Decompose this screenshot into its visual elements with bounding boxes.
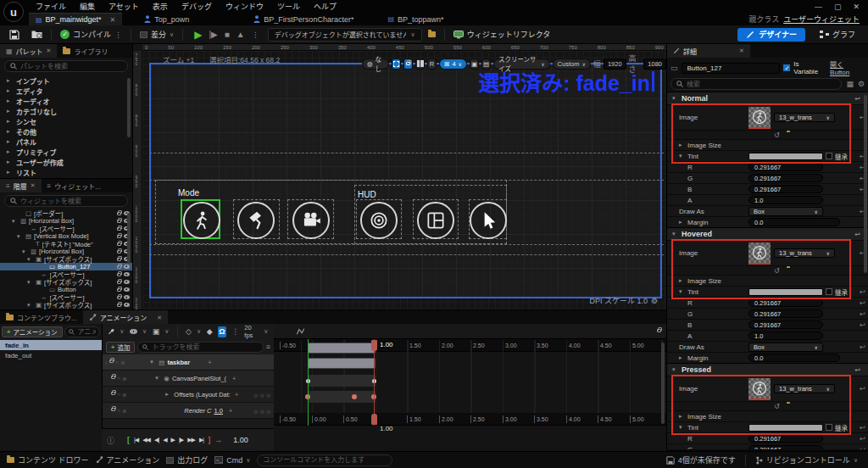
set-start-button[interactable]: [ <box>127 436 130 444</box>
animation-item-fade-out[interactable]: fade_out <box>0 350 102 360</box>
reset-icon[interactable]: ↩ <box>860 435 868 443</box>
solo-icon[interactable]: ∩ <box>115 359 119 365</box>
prev-key-icon[interactable]: ◇ <box>253 408 258 414</box>
palette-cat-list[interactable]: ▸リスト <box>0 167 132 177</box>
mode-build-button[interactable] <box>237 202 275 239</box>
track-render-opacity[interactable]: ∩⊘ Render C 1.0 + ◇◇◇ <box>103 403 274 419</box>
save-button[interactable] <box>3 25 25 44</box>
expander-icon[interactable]: ▾ <box>155 375 161 382</box>
console-command-input[interactable] <box>263 456 387 464</box>
image-size-row[interactable]: ▸Image Size <box>679 413 748 421</box>
expander-icon[interactable]: ▸ <box>165 391 171 398</box>
debug-object-dropdown[interactable]: デバッグオブジェクトが選択されていません ∨ <box>268 28 422 42</box>
playhead-handle-bottom[interactable] <box>371 414 377 425</box>
jump-forward-button[interactable]: ▶▶ <box>187 437 195 443</box>
mode-camera-button[interactable] <box>292 202 330 239</box>
wrench-icon[interactable] <box>108 327 114 336</box>
tab-bp-firstpersoncharacter[interactable]: BP_FirstPersonCharacter* <box>247 13 360 25</box>
palette-cat-panel[interactable]: ▸パネル <box>0 136 132 147</box>
canvas-slot-section-bar[interactable] <box>308 358 376 369</box>
draw-as-dropdown[interactable]: Box∨ <box>748 207 823 216</box>
menu-help[interactable]: ヘルプ <box>307 0 343 13</box>
reset-icon[interactable]: ↩ <box>860 288 868 296</box>
animation-search-input[interactable] <box>78 328 96 336</box>
lock-icon[interactable] <box>117 235 121 238</box>
stop-button[interactable]: ■ <box>225 30 230 39</box>
unsaved-assets-button[interactable]: 4個が未保存です <box>666 454 736 465</box>
hud-layout-button[interactable] <box>417 202 454 239</box>
tree-row-size-box-3[interactable]: ▾▣[サイズボックス] <box>0 301 132 309</box>
play-forward-button[interactable]: ▶ <box>171 437 175 443</box>
snap-magnet-toggle[interactable]: Ω <box>218 326 227 337</box>
reset-icon[interactable]: ↩ <box>860 310 868 318</box>
tree-row-size-box-2[interactable]: ▾▣[サイズボックス] <box>0 278 132 286</box>
grid-snap-button[interactable]: ⊞4∨ <box>439 58 467 70</box>
mode-walk-button[interactable] <box>183 202 220 239</box>
close-icon[interactable]: ✕ <box>157 315 162 321</box>
add-section-icon[interactable]: + <box>208 359 211 366</box>
taskbar-section-bar[interactable] <box>308 343 376 354</box>
tab-palette[interactable]: ▦ パレット ✕ <box>0 44 57 58</box>
fps-dropdown[interactable]: 20 fps <box>244 324 259 339</box>
add-key-icon[interactable]: ◇ <box>260 392 264 398</box>
dpi-scale[interactable]: DPI スケール 1.0⚙ <box>589 295 658 306</box>
timeline-lock-icon[interactable] <box>657 329 661 332</box>
menu-view[interactable]: 表示 <box>146 0 175 13</box>
details-scrollbar[interactable] <box>864 95 867 273</box>
lock-icon[interactable] <box>109 359 114 363</box>
lock-icon[interactable] <box>117 265 121 269</box>
content-drawer-button[interactable]: コンテンツ ドロワー <box>7 454 89 465</box>
hud-target-button[interactable] <box>360 202 398 239</box>
tab-bp-toppawn[interactable]: ▤ BP_toppawn* <box>381 13 450 25</box>
tab-details[interactable]: 詳細 ✕ <box>667 44 750 58</box>
details-search-input[interactable] <box>687 81 836 88</box>
opacity-section-bar[interactable] <box>308 391 376 403</box>
step-button[interactable]: |▶ <box>209 30 217 39</box>
details-search[interactable] <box>670 78 842 90</box>
chevron-down-icon[interactable]: ∨ <box>264 328 269 335</box>
tree-row-border[interactable]: ▢[ボーダー] <box>0 209 132 217</box>
expander-icon[interactable]: ▾ <box>150 359 156 365</box>
chevron-down-icon[interactable]: ∨ <box>142 328 147 335</box>
curve-editor-icon[interactable] <box>296 327 305 336</box>
reset-icon[interactable]: ↩ <box>854 95 863 103</box>
tint-color-swatch[interactable] <box>748 424 823 432</box>
menu-debug[interactable]: デバッグ <box>175 0 219 13</box>
reset-icon[interactable]: ↩ <box>854 231 863 238</box>
step-back-button[interactable]: ◀| <box>154 437 159 443</box>
view-options-icon[interactable] <box>130 329 137 334</box>
palette-scrollbar[interactable] <box>127 78 131 137</box>
tint-row[interactable]: ▾Tint <box>679 288 748 296</box>
play-reverse-button[interactable]: ◀ <box>163 437 166 443</box>
palette-cat-primitive[interactable]: ▸プリミティブ <box>0 147 132 157</box>
tint-row[interactable]: ▾Tint <box>679 424 748 432</box>
g-field[interactable]: 0.291667 <box>748 174 823 182</box>
reset-icon[interactable]: ↩ <box>854 366 863 374</box>
pin-icon[interactable]: ↓ <box>105 359 108 365</box>
play-rate[interactable]: 1.00 <box>233 436 248 444</box>
margin-field[interactable]: 0.0 <box>748 218 840 226</box>
track-search-input[interactable] <box>152 343 258 351</box>
inherit-checkbox[interactable] <box>826 288 832 295</box>
tab-top-pown[interactable]: Top_pown <box>137 13 196 25</box>
lock-icon[interactable] <box>111 376 115 379</box>
palette-cat-audio[interactable]: ▸オーディオ <box>0 96 132 106</box>
lock-icon[interactable] <box>117 273 121 276</box>
jump-back-button[interactable]: ◀◀ <box>142 437 150 443</box>
playback-start-marker[interactable] <box>308 339 309 426</box>
keyframe-options-icon[interactable]: ◇ <box>186 327 192 336</box>
inherit-checkbox[interactable] <box>826 153 832 159</box>
lock-icon[interactable] <box>117 242 121 246</box>
palette-cat-editor[interactable]: ▸エディタ <box>0 86 132 96</box>
hierarchy-search-input[interactable] <box>20 198 122 205</box>
tree-row-size-box-1[interactable]: ▾▣[サイズボックス] <box>0 255 132 263</box>
mute-icon[interactable]: ⊘ <box>120 359 125 365</box>
mute-icon[interactable]: ⊘ <box>122 392 126 398</box>
tab-content-browser[interactable]: コンテンツブラウ... <box>0 310 83 325</box>
a-field[interactable]: 1.0 <box>748 196 823 204</box>
auto-key-icon[interactable]: ◆ <box>207 327 213 336</box>
widget-name-field[interactable] <box>682 63 781 74</box>
hud-cursor-button[interactable] <box>470 202 507 239</box>
visibility-icon[interactable] <box>124 295 130 299</box>
tree-row-spacer[interactable]: ↔[スペーサー] <box>0 225 132 232</box>
